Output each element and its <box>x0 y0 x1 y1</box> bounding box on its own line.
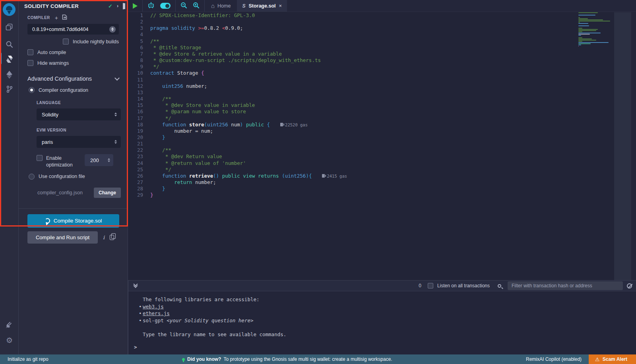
close-tab-icon[interactable]: × <box>279 3 282 9</box>
solidity-compiler-icon[interactable] <box>0 52 19 66</box>
deploy-run-icon[interactable] <box>0 68 19 82</box>
zoom-out-icon[interactable] <box>180 2 187 10</box>
code-line[interactable]: 6 * @title Storage <box>128 45 636 51</box>
collapse-terminal-icon[interactable] <box>134 284 137 287</box>
code-line[interactable]: 17 */ <box>128 115 636 122</box>
code-line[interactable]: 19 number = num; <box>128 128 636 134</box>
code-line[interactable]: 2 <box>128 19 636 25</box>
code-line[interactable]: 13 <box>128 89 636 96</box>
tab-storage-sol[interactable]: S Storage.sol × <box>237 0 287 12</box>
zoom-in-icon[interactable] <box>193 2 200 10</box>
add-compiler-icon[interactable]: + <box>55 15 58 21</box>
hide-warnings-checkbox[interactable] <box>27 60 33 66</box>
code-line[interactable]: 12 uint256 number; <box>128 83 636 89</box>
copilot-toggle[interactable] <box>160 3 171 9</box>
solidity-compiler-panel: SOLIDITY COMPILER ✓ › COMPILER + 0.8.19+… <box>19 0 128 354</box>
terminal-link[interactable]: ethers.js <box>143 310 170 316</box>
code-line[interactable]: 25 */ <box>128 167 636 173</box>
code-line[interactable]: 28 } <box>128 186 636 192</box>
copilot-robot-icon[interactable] <box>147 2 155 10</box>
terminal-search-icon[interactable] <box>498 284 501 288</box>
code-line[interactable]: 7 * @dev Store & retrieve value in a var… <box>128 51 636 57</box>
code-line[interactable]: 9 */ <box>128 64 636 70</box>
minimap[interactable] <box>575 12 614 280</box>
code-line[interactable]: 11 <box>128 77 636 83</box>
did-you-know-text: To prototype using the Gnosis safe multi… <box>223 356 392 362</box>
gas-pump-icon <box>280 123 283 126</box>
listen-all-transactions-checkbox[interactable] <box>428 283 433 288</box>
transaction-filter-input[interactable] <box>508 281 623 290</box>
run-script-play-icon[interactable] <box>133 3 138 9</box>
code-editor[interactable]: 1// SPDX-License-Identifier: GPL-3.023pr… <box>128 12 636 280</box>
remix-ide-window: ⚙ SOLIDITY COMPILER ✓ › COMPILER + 0.8.1… <box>0 0 636 364</box>
compile-button[interactable]: Compile Storage.sol <box>27 214 119 228</box>
nightly-builds-checkbox[interactable] <box>63 39 69 45</box>
code-line[interactable]: 23 * @dev Return value <box>128 153 636 160</box>
git-init-status[interactable]: Initialize as git repo <box>0 356 48 362</box>
transaction-count-badge: 0 <box>419 283 421 288</box>
solidity-file-icon: S <box>242 3 245 9</box>
enable-optimization-checkbox[interactable] <box>37 155 43 161</box>
compiler-section-label: COMPILER <box>27 15 50 20</box>
stepper-arrows-icon[interactable] <box>108 158 110 162</box>
terminal-prompt[interactable]: > <box>134 344 137 351</box>
terminal-output[interactable]: The following libraries are accessible:w… <box>128 292 636 354</box>
auto-compile-label: Auto compile <box>37 50 66 55</box>
code-line[interactable]: 21 <box>128 141 636 147</box>
select-arrows-icon <box>114 140 117 144</box>
language-select[interactable]: Solidity <box>37 108 121 120</box>
code-line[interactable]: 1// SPDX-License-Identifier: GPL-3.0 <box>128 12 636 19</box>
code-line[interactable]: 24 * @return value of 'number' <box>128 160 636 167</box>
gas-pump-icon <box>322 174 325 178</box>
code-line[interactable]: 20 } <box>128 134 636 141</box>
remix-logo-icon[interactable] <box>3 3 16 16</box>
search-icon[interactable] <box>0 37 19 51</box>
terminal-lines: The following libraries are accessible:w… <box>128 296 636 338</box>
file-explorer-icon[interactable] <box>0 20 19 34</box>
open-file-icon[interactable] <box>62 14 67 21</box>
compiler-configuration-label: Compiler configuration <box>39 87 88 93</box>
listen-all-transactions-label: Listen on all transactions <box>437 283 490 288</box>
settings-gear-icon[interactable]: ⚙ <box>0 333 19 347</box>
scam-alert-button[interactable]: ⚠ Scam Alert <box>589 354 636 364</box>
copy-icon[interactable] <box>110 235 114 240</box>
code-line[interactable]: 3pragma solidity >=0.8.2 <0.9.0; <box>128 25 636 31</box>
compiler-version-select[interactable]: 0.8.19+commit.7dd6d404 <box>27 24 119 35</box>
auto-compile-checkbox[interactable] <box>27 49 33 55</box>
plugin-manager-icon[interactable] <box>0 318 19 332</box>
pin-panel-icon[interactable] <box>123 4 124 9</box>
code-line[interactable]: 16 * @param num value to store <box>128 108 636 115</box>
code-line[interactable]: 29} <box>128 192 636 198</box>
code-lines: 1// SPDX-License-Identifier: GPL-3.023pr… <box>128 12 636 199</box>
advanced-configurations-toggle[interactable]: Advanced Configurations <box>19 66 128 82</box>
compiler-configuration-radio[interactable] <box>29 87 35 93</box>
tab-home[interactable]: ⌂ Home <box>205 0 237 12</box>
optimization-runs-input[interactable]: 200 <box>85 154 113 166</box>
editor-scrollbar[interactable] <box>614 12 631 280</box>
compile-success-check-icon: ✓ <box>108 4 112 9</box>
code-line[interactable]: 15 * @dev Store value in variable <box>128 102 636 108</box>
compile-and-run-button[interactable]: Compile and Run script <box>27 231 98 244</box>
code-line[interactable]: 18 function store(uint256 num) public {2… <box>128 122 636 128</box>
chevron-down-icon <box>114 76 120 81</box>
active-plugin-indicator <box>0 52 2 64</box>
code-line[interactable]: 14 /** <box>128 96 636 102</box>
use-configuration-file-radio[interactable] <box>29 174 35 180</box>
evm-version-value: paris <box>42 139 114 145</box>
code-line[interactable]: 10contract Storage { <box>128 70 636 76</box>
code-line[interactable]: 26 function retrieve() public view retur… <box>128 173 636 179</box>
code-line[interactable]: 22 /** <box>128 147 636 153</box>
code-line[interactable]: 4 <box>128 31 636 38</box>
forward-chevron-icon[interactable]: › <box>117 4 118 8</box>
evm-version-select[interactable]: paris <box>37 136 121 148</box>
clear-console-icon[interactable] <box>627 283 632 288</box>
code-line[interactable]: 5/** <box>128 38 636 45</box>
terminal-line: sol-gpt <your Solidity question here> <box>128 317 636 324</box>
terminal-link[interactable]: web3.js <box>143 304 164 310</box>
info-icon[interactable]: i <box>103 234 105 240</box>
git-icon[interactable] <box>0 82 19 96</box>
code-line[interactable]: 8 * @custom:dev-run-script ./scripts/dep… <box>128 57 636 64</box>
copilot-status[interactable]: RemixAI Copilot (enabled) <box>526 356 582 362</box>
code-line[interactable]: 27 return number; <box>128 179 636 186</box>
change-config-button[interactable]: Change <box>94 188 121 198</box>
